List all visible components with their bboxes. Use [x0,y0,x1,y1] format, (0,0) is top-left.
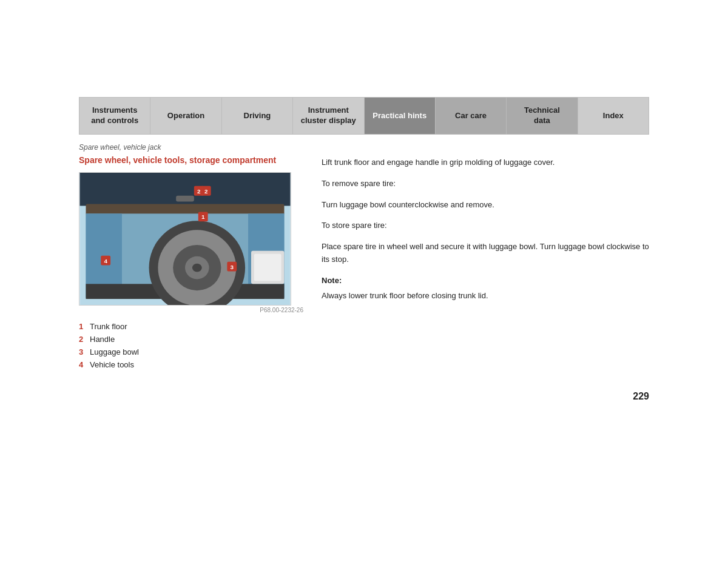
svg-text:2: 2 [204,188,208,195]
item-num-1: 1 [79,322,90,331]
right-column: Lift trunk floor and engage handle in gr… [322,155,649,373]
description-para2: To remove spare tire: [322,178,649,190]
page-number: 229 [0,391,649,402]
note-label: Note: [322,275,649,287]
svg-text:2: 2 [197,188,201,195]
image-caption: P68.00-2232-26 [79,307,303,313]
nav-bar: Instruments and controls Operation Drivi… [79,97,649,135]
item-num-4: 4 [79,360,90,369]
item-label-4: Vehicle tools [90,360,134,369]
svg-rect-2 [86,204,285,215]
list-item: 3 Luggage bowl [79,347,303,356]
nav-instrument-cluster[interactable]: Instrument cluster display [293,98,364,134]
svg-rect-14 [254,254,281,281]
svg-text:4: 4 [104,258,107,264]
svg-text:1: 1 [201,213,205,220]
section-title: Spare wheel, vehicle tools, storage comp… [79,155,303,165]
breadcrumb: Spare wheel, vehicle jack [79,143,649,152]
description-para3: Turn luggage bowl counterclockwise and r… [322,199,649,212]
item-num-2: 2 [79,335,90,344]
description-para5: Place spare tire in wheel well and secur… [322,241,649,266]
svg-point-11 [192,264,202,272]
left-column: Spare wheel, vehicle tools, storage comp… [79,155,303,373]
svg-text:3: 3 [231,264,234,270]
item-label-1: Trunk floor [90,322,127,331]
item-list: 1 Trunk floor 2 Handle 3 Luggage bowl 4 … [79,322,303,369]
item-label-2: Handle [90,335,115,344]
nav-driving[interactable]: Driving [222,98,293,134]
item-label-3: Luggage bowl [90,347,139,356]
list-item: 1 Trunk floor [79,322,303,331]
description-para1: Lift trunk floor and engage handle in gr… [322,156,649,169]
nav-practical-hints[interactable]: Practical hints [365,98,436,134]
list-item: 4 Vehicle tools [79,360,303,369]
main-content: Spare wheel, vehicle tools, storage comp… [79,155,649,373]
svg-rect-29 [176,196,194,202]
trunk-image: 1 1 2 1 3 4 2 [79,172,291,306]
nav-car-care[interactable]: Car care [436,98,507,134]
nav-instruments[interactable]: Instruments and controls [79,98,150,134]
description-para6: Always lower trunk floor before closing … [322,290,649,303]
nav-operation[interactable]: Operation [150,98,221,134]
description-para4: To store spare tire: [322,219,649,232]
item-num-3: 3 [79,347,90,356]
list-item: 2 Handle [79,335,303,344]
nav-technical-data[interactable]: Technical data [507,98,578,134]
nav-index[interactable]: Index [578,98,649,134]
